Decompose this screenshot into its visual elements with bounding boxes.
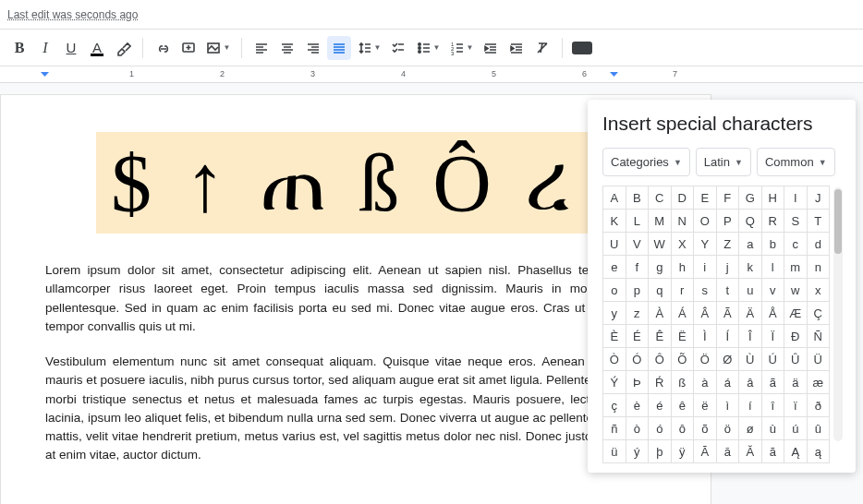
char-cell[interactable]: ÿ	[672, 440, 695, 463]
char-cell[interactable]: Ó	[626, 348, 650, 371]
char-cell[interactable]: J	[808, 186, 831, 210]
char-cell[interactable]: ö	[717, 417, 740, 440]
group-select[interactable]: Common▼	[757, 148, 835, 176]
text-color-button[interactable]: A	[85, 36, 109, 60]
char-cell[interactable]: á	[717, 371, 740, 394]
char-cell[interactable]: q	[649, 279, 672, 302]
insert-link-button[interactable]	[151, 36, 175, 60]
char-cell[interactable]: B	[626, 186, 650, 210]
char-cell[interactable]: æ	[808, 371, 831, 394]
char-cell[interactable]: r	[672, 279, 695, 302]
char-cell[interactable]: E	[694, 186, 717, 210]
clear-format-button[interactable]	[530, 36, 554, 60]
bold-button[interactable]: B	[7, 36, 31, 60]
char-cell[interactable]: c	[784, 233, 808, 256]
align-justify-button[interactable]	[327, 36, 351, 60]
highlight-button[interactable]	[111, 36, 135, 60]
char-cell[interactable]: C	[649, 186, 672, 210]
char-cell[interactable]: l	[762, 256, 785, 279]
last-edit-link[interactable]: Last edit was seconds ago	[7, 8, 138, 21]
char-cell[interactable]: é	[649, 394, 672, 417]
insert-comment-button[interactable]	[176, 36, 201, 60]
categories-select[interactable]: Categories▼	[602, 148, 690, 176]
char-cell[interactable]: ê	[672, 394, 695, 417]
char-cell[interactable]: ù	[762, 417, 785, 440]
char-cell[interactable]: i	[694, 256, 717, 279]
char-cell[interactable]: Ŕ	[649, 371, 672, 394]
char-cell[interactable]: Ø	[717, 348, 740, 371]
char-cell[interactable]: Ù	[739, 348, 762, 371]
char-cell[interactable]: n	[808, 256, 831, 279]
char-cell[interactable]: Î	[739, 325, 762, 348]
char-cell[interactable]: ø	[739, 417, 762, 440]
char-cell[interactable]: k	[739, 256, 762, 279]
align-center-button[interactable]	[275, 36, 299, 60]
char-cell[interactable]: L	[626, 210, 650, 233]
char-cell[interactable]: g	[649, 256, 672, 279]
char-cell[interactable]: À	[649, 302, 672, 325]
char-cell[interactable]: ã	[762, 371, 785, 394]
char-cell[interactable]: ò	[626, 417, 650, 440]
char-cell[interactable]: ß	[672, 371, 695, 394]
char-cell[interactable]: j	[717, 256, 740, 279]
char-cell[interactable]: È	[603, 325, 626, 348]
script-select[interactable]: Latin▼	[696, 148, 751, 176]
char-cell[interactable]: I	[784, 186, 808, 210]
char-cell[interactable]: Ö	[694, 348, 717, 371]
char-cell[interactable]: Á	[672, 302, 695, 325]
char-cell[interactable]: ô	[672, 417, 695, 440]
char-cell[interactable]: H	[762, 186, 785, 210]
char-cell[interactable]: Ą	[784, 440, 808, 463]
char-cell[interactable]: Q	[739, 210, 762, 233]
char-cell[interactable]: T	[808, 210, 831, 233]
char-cell[interactable]: ñ	[603, 417, 626, 440]
checklist-button[interactable]	[386, 36, 410, 60]
char-cell[interactable]: ë	[694, 394, 717, 417]
char-cell[interactable]: Ā	[694, 440, 717, 463]
align-right-button[interactable]	[301, 36, 325, 60]
char-cell[interactable]: ð	[808, 394, 831, 417]
scrollbar-thumb[interactable]	[834, 189, 842, 254]
editing-mode-button[interactable]	[570, 36, 594, 60]
line-spacing-button[interactable]: ▼	[353, 36, 384, 60]
char-cell[interactable]: ă	[762, 440, 785, 463]
underline-button[interactable]: U	[59, 36, 83, 60]
paragraph[interactable]: Lorem ipsum dolor sit amet, consectetur …	[45, 261, 666, 336]
paragraph[interactable]: Vestibulum elementum nunc sit amet conse…	[45, 353, 666, 465]
char-cell[interactable]: è	[626, 394, 650, 417]
char-cell[interactable]: â	[739, 371, 762, 394]
char-cell[interactable]: N	[672, 210, 695, 233]
char-cell[interactable]: b	[762, 233, 785, 256]
char-cell[interactable]: s	[694, 279, 717, 302]
char-cell[interactable]: É	[626, 325, 650, 348]
char-cell[interactable]: Â	[694, 302, 717, 325]
char-cell[interactable]: Ê	[649, 325, 672, 348]
char-cell[interactable]: u	[739, 279, 762, 302]
char-cell[interactable]: D	[672, 186, 695, 210]
char-cell[interactable]: ā	[717, 440, 740, 463]
char-cell[interactable]: Ú	[762, 348, 785, 371]
char-cell[interactable]: R	[762, 210, 785, 233]
char-cell[interactable]: M	[649, 210, 672, 233]
char-cell[interactable]: t	[717, 279, 740, 302]
char-cell[interactable]: Ã	[717, 302, 740, 325]
char-cell[interactable]: A	[603, 186, 626, 210]
insert-image-button[interactable]: ▼	[202, 36, 234, 60]
char-cell[interactable]: X	[672, 233, 695, 256]
char-cell[interactable]: Y	[694, 233, 717, 256]
scrollbar[interactable]	[833, 187, 843, 441]
char-cell[interactable]: ý	[626, 440, 650, 463]
char-cell[interactable]: Ý	[603, 371, 626, 394]
char-cell[interactable]: Å	[762, 302, 785, 325]
char-cell[interactable]: Ð	[784, 325, 808, 348]
char-cell[interactable]: ą	[808, 440, 831, 463]
char-cell[interactable]: Þ	[626, 371, 650, 394]
char-cell[interactable]: f	[626, 256, 650, 279]
char-cell[interactable]: V	[626, 233, 650, 256]
char-cell[interactable]: S	[784, 210, 808, 233]
char-cell[interactable]: Ü	[808, 348, 831, 371]
char-cell[interactable]: þ	[649, 440, 672, 463]
char-cell[interactable]: ú	[784, 417, 808, 440]
indent-increase-button[interactable]	[504, 36, 529, 60]
char-cell[interactable]: m	[784, 256, 808, 279]
